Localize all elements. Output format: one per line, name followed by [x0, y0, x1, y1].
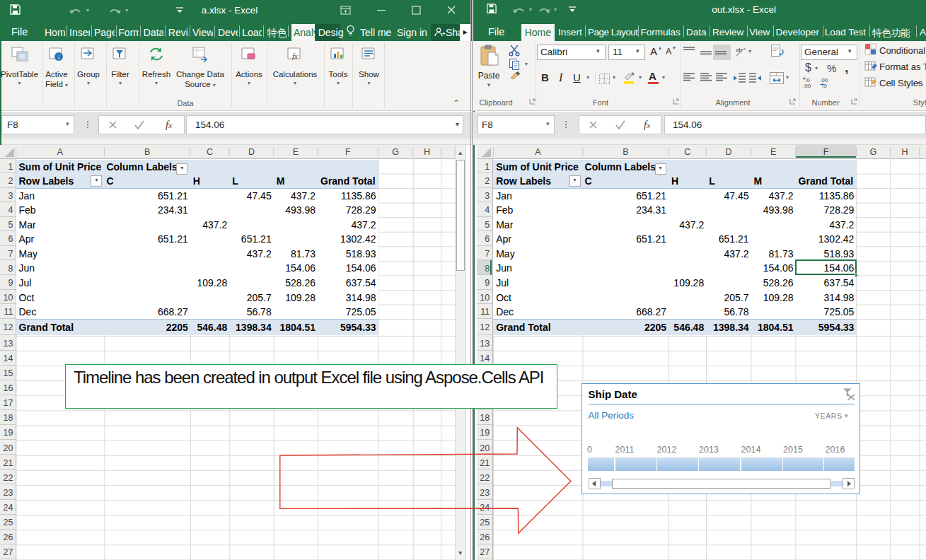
svg-text:ab: ab	[736, 47, 742, 53]
svg-text:fx: fx	[292, 52, 298, 60]
svg-text:.00: .00	[803, 83, 811, 88]
